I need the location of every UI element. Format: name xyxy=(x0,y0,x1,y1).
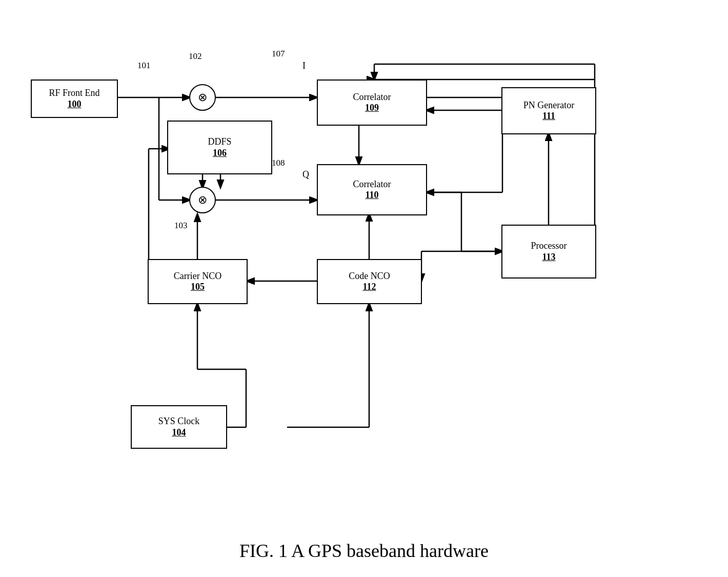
correlator-q-block: Correlator 110 xyxy=(317,164,427,215)
correlator-q-num: 110 xyxy=(365,190,378,201)
code-nco-label: Code NCO xyxy=(349,271,390,282)
processor-label: Processor xyxy=(531,241,567,252)
processor-block: Processor 113 xyxy=(501,225,596,278)
ref-103: 103 xyxy=(174,221,188,231)
multiplier-2: ⊗ xyxy=(189,187,216,213)
carrier-nco-num: 105 xyxy=(191,282,205,292)
ddfs-block: DDFS 106 xyxy=(167,121,272,174)
figure-caption: FIG. 1 A GPS baseband hardware xyxy=(0,540,728,562)
pn-generator-block: PN Generator 111 xyxy=(501,87,596,134)
ddfs-num: 106 xyxy=(213,148,227,158)
label-i: I xyxy=(302,61,306,71)
pn-generator-label: PN Generator xyxy=(523,100,574,111)
ref-108: 108 xyxy=(272,158,285,168)
mult-1-symbol: ⊗ xyxy=(198,91,207,104)
sys-clock-label: SYS Clock xyxy=(158,416,200,427)
diagram: RF Front End 100 ⊗ ⊗ DDFS 106 Carrier NC… xyxy=(0,0,728,577)
rf-front-end-block: RF Front End 100 xyxy=(31,79,118,118)
code-nco-num: 112 xyxy=(362,282,376,292)
multiplier-1: ⊗ xyxy=(189,84,216,111)
ref-107: 107 xyxy=(272,49,285,59)
sys-clock-block: SYS Clock 104 xyxy=(131,405,227,449)
code-nco-block: Code NCO 112 xyxy=(317,259,422,304)
mult-2-symbol: ⊗ xyxy=(198,193,207,207)
rf-front-end-num: 100 xyxy=(68,99,82,110)
ref-102: 102 xyxy=(189,51,202,62)
ref-101: 101 xyxy=(137,61,151,71)
correlator-i-block: Correlator 109 xyxy=(317,79,427,126)
correlator-i-num: 109 xyxy=(365,103,379,113)
correlator-q-label: Correlator xyxy=(353,179,391,190)
rf-front-end-label: RF Front End xyxy=(49,88,99,99)
processor-num: 113 xyxy=(542,252,555,263)
pn-generator-num: 111 xyxy=(542,111,555,122)
correlator-i-label: Correlator xyxy=(353,92,391,103)
sys-clock-num: 104 xyxy=(172,427,186,438)
carrier-nco-block: Carrier NCO 105 xyxy=(148,259,248,304)
label-q: Q xyxy=(302,169,309,180)
carrier-nco-label: Carrier NCO xyxy=(174,271,221,282)
ddfs-label: DDFS xyxy=(208,136,231,148)
